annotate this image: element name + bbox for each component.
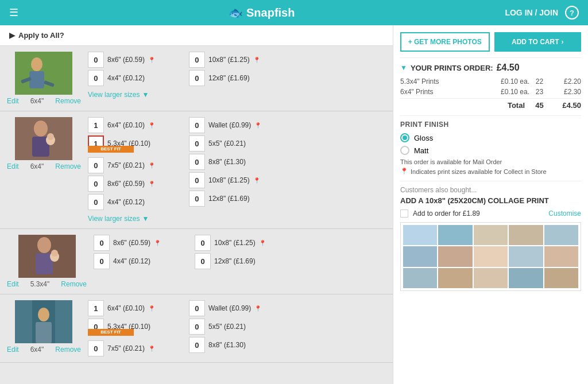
order-row-subtotal: £2.20 — [550, 77, 581, 86]
print-item: 0 8x6" (£0.59) 📍 — [88, 52, 180, 68]
finish-option-matt[interactable]: Matt — [400, 146, 581, 155]
print-item-wrapper: 1 5.3x4" (£0.10) BEST FIT — [88, 135, 180, 152]
quantity-box[interactable]: 1 — [88, 117, 104, 133]
customers-also-bought-title: Customers also bought... — [400, 186, 581, 194]
view-larger-label: View larger sizes — [88, 215, 140, 223]
quantity-box[interactable]: 0 — [189, 300, 205, 316]
quantity-box[interactable]: 0 — [189, 191, 205, 207]
print-options: 0 8x6" (£0.59) 📍 0 4x4" (£0.12) 0 10x8" … — [94, 235, 386, 269]
collect-note: 📍 Indicates print sizes available for Co… — [400, 168, 581, 175]
remove-link[interactable]: Remove — [55, 97, 81, 105]
print-size-label: 7x5" (£0.21) — [107, 161, 145, 169]
print-size-label: Wallet (£0.99) — [208, 304, 251, 312]
quantity-box[interactable]: 0 — [189, 135, 205, 152]
photo-thumb-area: Edit 6x4" Remove — [7, 52, 81, 105]
view-larger-sizes[interactable]: View larger sizes ▼ — [88, 91, 386, 99]
collage-cell — [438, 268, 472, 288]
action-buttons: + GET MORE PHOTOS ADD TO CART › — [400, 32, 581, 52]
view-larger-label: View larger sizes — [88, 91, 140, 99]
quantity-box[interactable]: 0 — [88, 340, 104, 356]
chevron-down-icon: ▼ — [142, 215, 149, 223]
print-size-label: Wallet (£0.99) — [208, 121, 251, 129]
pin-icon: 📍 — [148, 122, 155, 129]
help-button[interactable]: ? — [565, 6, 579, 20]
print-item: 0 8x8" (£1.30) — [189, 154, 281, 170]
apply-all-bar[interactable]: ▶ Apply to All? — [0, 25, 393, 46]
collage-cell — [438, 246, 472, 266]
quantity-box[interactable]: 0 — [189, 319, 205, 335]
view-larger-sizes[interactable]: View larger sizes ▼ — [88, 215, 386, 223]
print-item: 0 10x8" (£1.25) 📍 — [189, 52, 281, 68]
quantity-box[interactable]: 0 — [88, 70, 104, 86]
edit-link[interactable]: Edit — [7, 97, 19, 105]
quantity-box[interactable]: 0 — [189, 70, 205, 86]
quantity-box[interactable]: 0 — [88, 194, 104, 210]
thumbnail-image — [18, 235, 76, 278]
print-size-label: 12x8" (£1.69) — [208, 74, 250, 82]
print-item: 0 8x6" (£0.59) 📍 — [94, 235, 185, 251]
quantity-box[interactable]: 0 — [88, 52, 104, 68]
gloss-label: Gloss — [414, 134, 433, 142]
print-col-left: 1 6x4" (£0.10) 📍 0 5.3x4" (£0.10) BEST F… — [88, 300, 180, 356]
print-item: 0 4x4" (£0.12) — [88, 70, 180, 86]
pin-icon: 📍 — [148, 162, 155, 169]
pin-icon: 📍 — [253, 177, 260, 184]
print-size-label: 8x6" (£0.59) — [107, 56, 145, 64]
print-size-label: 4x4" (£0.12) — [107, 198, 145, 206]
quantity-box[interactable]: 0 — [94, 235, 110, 251]
pin-icon: 📍 — [254, 122, 261, 129]
edit-link[interactable]: Edit — [7, 162, 19, 170]
quantity-box[interactable]: 0 — [189, 154, 205, 170]
quantity-box[interactable]: 0 — [88, 176, 104, 192]
quantity-box[interactable]: 0 — [195, 253, 211, 269]
remove-link[interactable]: Remove — [55, 162, 81, 170]
login-link[interactable]: LOG IN / JOIN — [505, 8, 558, 17]
thumbnail-image — [15, 300, 72, 343]
photo-row: Edit 5.3x4" Remove 0 8x6" (£0.59) 📍 0 — [0, 229, 393, 294]
order-total-label: Total — [400, 101, 529, 110]
photo-row: Edit 6x4" Remove 0 8x6" (£0.59) 📍 0 — [0, 46, 393, 111]
radio-inner — [403, 135, 407, 140]
pin-icon: 📍 — [259, 240, 266, 246]
header-left: ☰ — [9, 6, 18, 19]
print-options-cols: 1 6x4" (£0.10) 📍 1 5.3x4" (£0.10) BEST F… — [88, 117, 386, 210]
remove-link[interactable]: Remove — [61, 280, 87, 288]
add-order-row: Add to order for £1.89 Customise — [400, 210, 581, 218]
quantity-box[interactable]: 0 — [189, 52, 205, 68]
print-size-label: 10x8" (£1.25) — [208, 56, 250, 64]
print-item: 1 6x4" (£0.10) 📍 — [88, 300, 180, 316]
collage-cell — [474, 225, 508, 245]
finish-option-gloss[interactable]: Gloss — [400, 133, 581, 142]
right-panel: + GET MORE PHOTOS ADD TO CART › ▼ YOUR P… — [393, 25, 588, 384]
quantity-box[interactable]: 0 — [195, 235, 211, 251]
print-item: 0 4x4" (£0.12) — [88, 194, 180, 210]
add-to-cart-button[interactable]: ADD TO CART › — [494, 32, 582, 52]
print-col-left: 0 8x6" (£0.59) 📍 0 4x4" (£0.12) — [94, 235, 185, 269]
hamburger-menu-icon[interactable]: ☰ — [9, 6, 18, 19]
pin-icon: 📍 — [154, 240, 161, 246]
quantity-box[interactable]: 1 — [88, 300, 104, 316]
header-logo: 🐟 Snapfish — [229, 6, 295, 20]
order-total-qty: 45 — [529, 101, 550, 110]
quantity-box[interactable]: 0 — [189, 337, 205, 353]
radio-matt[interactable] — [400, 146, 409, 155]
quantity-box[interactable]: 0 — [94, 253, 110, 269]
order-row: 6x4" Prints £0.10 ea. 23 £2.30 — [400, 88, 581, 96]
quantity-box[interactable]: 0 — [88, 157, 104, 173]
customise-link[interactable]: Customise — [548, 210, 581, 218]
edit-link[interactable]: Edit — [7, 280, 19, 288]
edit-link[interactable]: Edit — [7, 346, 19, 354]
remove-link[interactable]: Remove — [55, 346, 81, 354]
photo-thumb-area: Edit 6x4" Remove — [7, 300, 81, 354]
print-size-label: 5x5" (£0.21) — [208, 323, 246, 331]
quantity-box[interactable]: 0 — [189, 117, 205, 133]
add-order-checkbox[interactable] — [400, 210, 408, 218]
radio-gloss[interactable] — [400, 133, 409, 142]
quantity-box[interactable]: 0 — [189, 172, 205, 188]
photo-row: Edit 6x4" Remove 1 6x4" (£0.10) 📍 — [0, 294, 393, 363]
print-options-cols: 1 6x4" (£0.10) 📍 0 5.3x4" (£0.10) BEST F… — [88, 300, 386, 356]
collage-cell — [438, 225, 472, 245]
get-more-photos-button[interactable]: + GET MORE PHOTOS — [400, 32, 490, 52]
print-size-label: 7x5" (£0.21) — [107, 344, 145, 352]
print-size-label: 8x6" (£0.59) — [107, 180, 145, 188]
